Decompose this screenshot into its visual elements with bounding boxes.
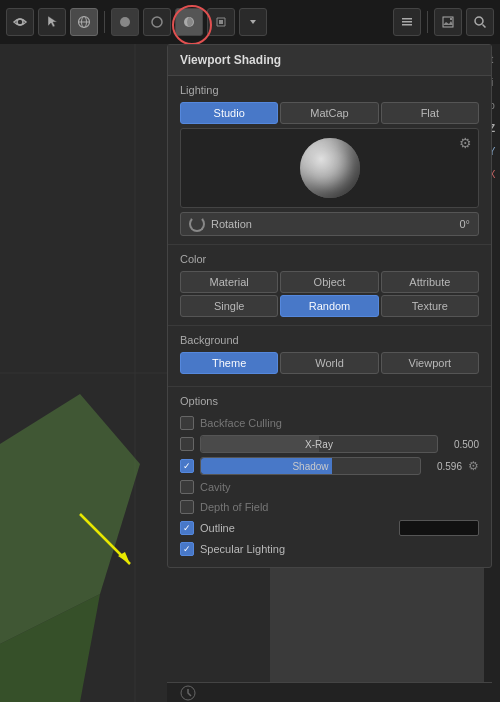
world-btn[interactable]: World (280, 352, 378, 374)
panel-footer (167, 682, 492, 702)
sphere-preview: ⚙ (180, 128, 479, 208)
background-label: Background (180, 334, 479, 346)
outline-row: Outline (180, 517, 479, 539)
lighting-btn-row: Studio MatCap Flat (180, 102, 479, 124)
attribute-btn[interactable]: Attribute (381, 271, 479, 293)
toolbar-right (393, 8, 494, 36)
backface-culling-row: Backface Culling (180, 413, 479, 433)
cavity-label: Cavity (200, 481, 479, 493)
wire-shading-btn[interactable] (143, 8, 171, 36)
shadow-row: Shadow 0.596 ⚙ (180, 455, 479, 477)
svg-point-5 (152, 17, 162, 27)
object-btn[interactable]: Object (280, 271, 378, 293)
specular-lighting-checkbox[interactable] (180, 542, 194, 556)
xray-value: 0.500 (444, 439, 479, 450)
list-view-btn[interactable] (393, 8, 421, 36)
material-shading-btn[interactable] (175, 8, 203, 36)
options-section: Options Backface Culling X-Ray 0.500 Sha… (168, 387, 491, 567)
studio-btn[interactable]: Studio (180, 102, 278, 124)
rotation-row: Rotation 0° (180, 212, 479, 236)
xray-row: X-Ray 0.500 (180, 433, 479, 455)
footer-icon (179, 684, 197, 702)
random-btn[interactable]: Random (280, 295, 378, 317)
globe-btn[interactable] (70, 8, 98, 36)
eye-mode-btn[interactable] (6, 8, 34, 36)
rotation-label: Rotation (211, 218, 453, 230)
texture-btn[interactable]: Texture (381, 295, 479, 317)
theme-btn[interactable]: Theme (180, 352, 278, 374)
render-shading-btn[interactable] (207, 8, 235, 36)
svg-rect-7 (402, 18, 412, 20)
color-section: Color Material Object Attribute Single R… (168, 245, 491, 326)
flat-btn[interactable]: Flat (381, 102, 479, 124)
svg-point-11 (450, 18, 452, 20)
lighting-section: Lighting Studio MatCap Flat ⚙ Rotation 0… (168, 76, 491, 245)
xray-checkbox[interactable] (180, 437, 194, 451)
backface-culling-checkbox[interactable] (180, 416, 194, 430)
search-btn[interactable] (466, 8, 494, 36)
sep2 (427, 11, 428, 33)
panel-title: Viewport Shading (180, 53, 281, 67)
color-label: Color (180, 253, 479, 265)
lighting-label: Lighting (180, 84, 479, 96)
specular-lighting-label: Specular Lighting (200, 543, 479, 555)
image-btn[interactable] (434, 8, 462, 36)
svg-rect-8 (402, 21, 412, 23)
color-grid-row2: Single Random Texture (180, 295, 479, 317)
depth-of-field-row: Depth of Field (180, 497, 479, 517)
xray-slider[interactable]: X-Ray (200, 435, 438, 453)
shadow-value: 0.596 (427, 461, 462, 472)
shadow-slider[interactable]: Shadow (200, 457, 421, 475)
svg-rect-9 (402, 24, 412, 26)
sphere-gear-icon[interactable]: ⚙ (459, 135, 472, 151)
viewport-shading-panel: Viewport Shading Lighting Studio MatCap … (167, 44, 492, 568)
toolbar (0, 0, 500, 44)
viewport-btn[interactable]: Viewport (381, 352, 479, 374)
svg-line-13 (483, 25, 486, 28)
shadow-gear-icon[interactable]: ⚙ (468, 459, 479, 473)
material-btn[interactable]: Material (180, 271, 278, 293)
rotation-icon (189, 216, 205, 232)
sep1 (104, 11, 105, 33)
shadow-slider-label: Shadow (201, 461, 420, 472)
background-section: Background Theme World Viewport (168, 326, 491, 387)
options-label: Options (180, 395, 479, 407)
panel-header: Viewport Shading (168, 45, 491, 76)
cavity-checkbox[interactable] (180, 480, 194, 494)
depth-of-field-label: Depth of Field (200, 501, 479, 513)
dropdown-btn[interactable] (239, 8, 267, 36)
shadow-checkbox[interactable] (180, 459, 194, 473)
color-grid-row1: Material Object Attribute (180, 271, 479, 293)
single-btn[interactable]: Single (180, 295, 278, 317)
outline-label: Outline (200, 522, 393, 534)
xray-slider-label: X-Ray (201, 439, 437, 450)
backface-culling-label: Backface Culling (200, 417, 479, 429)
material-sphere (300, 138, 360, 198)
matcap-btn[interactable]: MatCap (280, 102, 378, 124)
specular-lighting-row: Specular Lighting (180, 539, 479, 559)
solid-shading-btn[interactable] (111, 8, 139, 36)
outline-color-swatch[interactable] (399, 520, 479, 536)
rotation-value: 0° (459, 218, 470, 230)
svg-point-12 (475, 17, 483, 25)
cavity-row: Cavity (180, 477, 479, 497)
cursor-btn[interactable] (38, 8, 66, 36)
depth-of-field-checkbox[interactable] (180, 500, 194, 514)
outline-checkbox[interactable] (180, 521, 194, 535)
background-btn-row: Theme World Viewport (180, 352, 479, 374)
svg-point-4 (120, 17, 130, 27)
